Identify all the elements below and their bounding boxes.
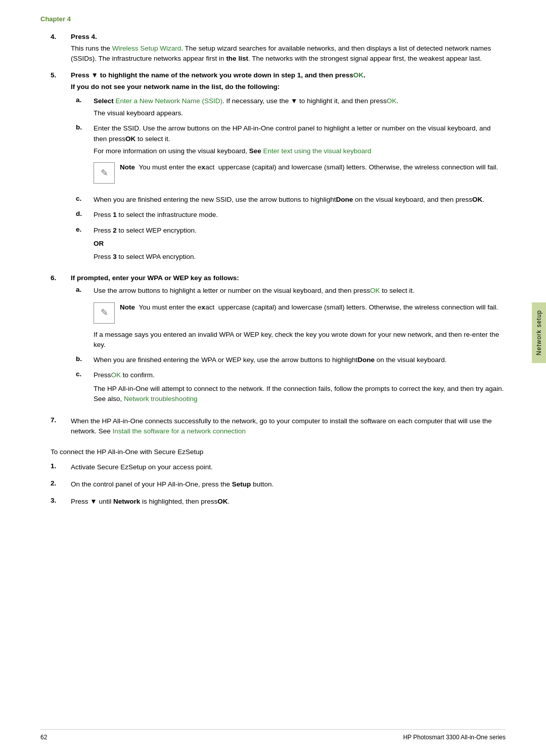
step-5d-content: Press 1 to select the infrastructure mod…: [94, 210, 506, 220]
step-number-6: 6.: [51, 274, 66, 409]
note-text-6a: Note You must enter the exact uppercase …: [120, 302, 498, 324]
step-6-substeps: a. Use the arrow buttons to highlight a …: [76, 286, 506, 404]
step-6c: c. PressOK to confirm. The HP All-in-One…: [76, 370, 506, 404]
or-text-5e: OR: [94, 239, 506, 249]
step-content-4: Press 4. This runs the Wireless Setup Wi…: [71, 33, 506, 64]
step-6: 6. If prompted, enter your WPA or WEP ke…: [51, 274, 506, 409]
step-5e-content: Press 2 to select WEP encryption. OR Pre…: [94, 226, 506, 262]
page-container: Chapter 4 4. Press 4. This runs the Wire…: [0, 0, 546, 756]
ez-step-content-3: Press ▼ until Network is highlighted, th…: [71, 497, 506, 507]
step-4: 4. Press 4. This runs the Wireless Setup…: [51, 33, 506, 64]
step-number-4: 4.: [51, 33, 66, 64]
step-5c-label: c.: [76, 195, 88, 205]
step-4-body: This runs the Wireless Setup Wizard. The…: [71, 43, 506, 64]
step-4-title: Press 4.: [71, 33, 506, 40]
step-5: 5. Press ▼ to highlight the name of the …: [51, 71, 506, 268]
step-content-7: When the HP All-in-One connects successf…: [71, 416, 506, 437]
step-5a-content: Select Enter a New Network Name (SSID). …: [94, 96, 506, 119]
step-5a-sub-body: The visual keyboard appears.: [94, 108, 506, 118]
ez-step-3: 3. Press ▼ until Network is highlighted,…: [51, 497, 506, 507]
note-box-5b: ✎ Note You must enter the exact uppercas…: [94, 161, 506, 185]
step-5d: d. Press 1 to select the infrastructure …: [76, 210, 506, 220]
step-6b-label: b.: [76, 355, 88, 365]
step-6b: b. When you are finished entering the WP…: [76, 355, 506, 365]
ok-link-5[interactable]: OK: [353, 71, 363, 79]
step-6a-extra: If a message says you entered an invalid…: [94, 330, 506, 350]
note-icon-symbol: ✎: [101, 166, 108, 180]
ez-step-number-1: 1.: [51, 462, 66, 472]
step-6b-content: When you are finished entering the WPA o…: [94, 355, 506, 365]
note-icon-6a: ✎: [94, 302, 115, 324]
step-5b-label: b.: [76, 123, 88, 190]
secure-ezsetup-section: To connect the HP All-in-One with Secure…: [51, 447, 506, 507]
main-content: 4. Press 4. This runs the Wireless Setup…: [51, 33, 506, 507]
step-6c-body: The HP All-in-One will attempt to connec…: [94, 384, 506, 405]
ez-step-content-2: On the control panel of your HP All-in-O…: [71, 479, 506, 490]
ok-link-6c[interactable]: OK: [111, 371, 121, 379]
ez-step-1: 1. Activate Secure EzSetup on your acces…: [51, 462, 506, 472]
step-5c: c. When you are finished entering the ne…: [76, 195, 506, 205]
network-troubleshooting-link[interactable]: Network troubleshooting: [124, 395, 198, 403]
note-icon-5b: ✎: [94, 162, 115, 184]
press3-text: Press 3 to select WPA encryption.: [94, 252, 506, 262]
note-box-6a: ✎ Note You must enter the exact uppercas…: [94, 301, 506, 325]
step-5-body: If you do not see your network name in t…: [71, 82, 506, 92]
step-6a-content: Use the arrow buttons to highlight a let…: [94, 286, 506, 350]
footer: 62 HP Photosmart 3300 All-in-One series: [40, 729, 506, 741]
enter-new-network-link[interactable]: Enter a New Network Name (SSID): [116, 97, 223, 105]
step-6a: a. Use the arrow buttons to highlight a …: [76, 286, 506, 350]
ez-step-1-body: Activate Secure EzSetup on your access p…: [71, 462, 506, 472]
step-content-5: Press ▼ to highlight the name of the net…: [71, 71, 506, 268]
step-5a-label: a.: [76, 96, 88, 119]
wireless-setup-wizard-link[interactable]: Wireless Setup Wizard: [112, 45, 181, 52]
step-6c-label: c.: [76, 370, 88, 404]
ez-step-3-body: Press ▼ until Network is highlighted, th…: [71, 497, 506, 507]
ok-link-6a[interactable]: OK: [370, 287, 380, 294]
step-5-title: Press ▼ to highlight the name of the net…: [71, 71, 506, 79]
enter-text-link[interactable]: Enter text using the visual keyboard: [261, 147, 372, 155]
ez-step-number-2: 2.: [51, 479, 66, 490]
sidebar-tab-text: Network setup: [535, 310, 542, 355]
install-software-link[interactable]: Install the software for a network conne…: [113, 427, 246, 435]
step-7: 7. When the HP All-in-One connects succe…: [51, 416, 506, 437]
step-5d-label: d.: [76, 210, 88, 220]
step-6-title: If prompted, enter your WPA or WEP key a…: [71, 274, 506, 282]
step-number-5: 5.: [51, 71, 66, 268]
sidebar-tab: Network setup: [532, 302, 546, 363]
step-5b-content: Enter the SSID. Use the arrow buttons on…: [94, 123, 506, 190]
secure-ezsetup-intro: To connect the HP All-in-One with Secure…: [51, 447, 506, 457]
page-number: 62: [40, 734, 47, 741]
step-5e-label: e.: [76, 226, 88, 262]
step-5e: e. Press 2 to select WEP encryption. OR …: [76, 226, 506, 262]
step-6a-label: a.: [76, 286, 88, 350]
product-name: HP Photosmart 3300 All-in-One series: [403, 734, 506, 741]
step-content-6: If prompted, enter your WPA or WEP key a…: [71, 274, 506, 409]
note-text-5b: Note You must enter the exact uppercase …: [120, 162, 498, 184]
step-5b-see-also: For more information on using the visual…: [94, 146, 506, 156]
step-number-7: 7.: [51, 416, 66, 437]
step-5b: b. Enter the SSID. Use the arrow buttons…: [76, 123, 506, 190]
step-5c-content: When you are finished entering the new S…: [94, 195, 506, 205]
ez-step-number-3: 3.: [51, 497, 66, 507]
ez-step-2-body: On the control panel of your HP All-in-O…: [71, 479, 506, 490]
ez-step-content-1: Activate Secure EzSetup on your access p…: [71, 462, 506, 472]
note-icon-symbol-6a: ✎: [101, 306, 108, 320]
step-5a: a. Select Enter a New Network Name (SSID…: [76, 96, 506, 119]
step-5-substeps: a. Select Enter a New Network Name (SSID…: [76, 96, 506, 262]
ez-step-2: 2. On the control panel of your HP All-i…: [51, 479, 506, 490]
ok-link-5a[interactable]: OK: [387, 97, 397, 105]
chapter-label: Chapter 4: [40, 15, 506, 23]
step-7-body: When the HP All-in-One connects successf…: [71, 416, 506, 437]
step-6c-content: PressOK to confirm. The HP All-in-One wi…: [94, 370, 506, 404]
